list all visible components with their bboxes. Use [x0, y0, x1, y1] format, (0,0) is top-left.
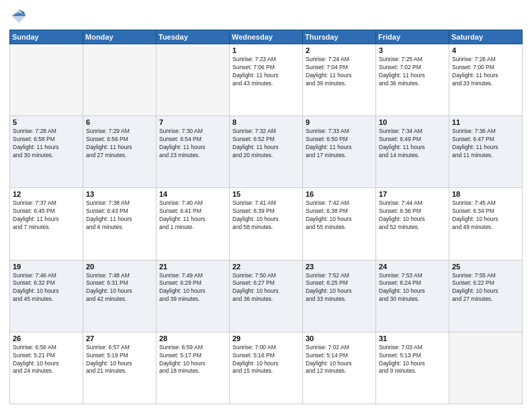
day-number: 6 — [86, 118, 153, 126]
day-info: Sunrise: 7:34 AM Sunset: 6:49 PM Dayligh… — [379, 128, 446, 160]
day-cell-3: 3Sunrise: 7:25 AM Sunset: 7:02 PM Daylig… — [376, 44, 449, 116]
day-number: 12 — [13, 190, 80, 198]
day-number: 23 — [306, 263, 373, 271]
header — [9, 7, 523, 26]
day-number: 17 — [379, 190, 446, 198]
day-cell-21: 21Sunrise: 7:49 AM Sunset: 6:29 PM Dayli… — [157, 260, 230, 332]
day-number: 29 — [232, 334, 300, 342]
calendar-container: SundayMondayTuesdayWednesdayThursdayFrid… — [0, 0, 532, 411]
day-info: Sunrise: 7:44 AM Sunset: 6:36 PM Dayligh… — [379, 199, 446, 232]
day-info: Sunrise: 7:42 AM Sunset: 6:38 PM Dayligh… — [306, 199, 373, 232]
day-cell-28: 28Sunrise: 6:59 AM Sunset: 5:17 PM Dayli… — [157, 332, 230, 404]
day-cell-23: 23Sunrise: 7:52 AM Sunset: 6:25 PM Dayli… — [303, 260, 376, 332]
day-number: 18 — [452, 190, 519, 198]
day-cell-10: 10Sunrise: 7:34 AM Sunset: 6:49 PM Dayli… — [376, 116, 449, 188]
day-cell-8: 8Sunrise: 7:32 AM Sunset: 6:52 PM Daylig… — [230, 116, 303, 188]
day-cell-29: 29Sunrise: 7:00 AM Sunset: 5:16 PM Dayli… — [230, 332, 303, 404]
day-number: 19 — [13, 263, 80, 271]
day-number: 5 — [13, 118, 80, 126]
day-info: Sunrise: 7:37 AM Sunset: 6:45 PM Dayligh… — [13, 199, 80, 232]
day-cell-26: 26Sunrise: 6:56 AM Sunset: 5:21 PM Dayli… — [10, 332, 83, 404]
day-number: 25 — [452, 263, 519, 271]
day-number: 15 — [232, 190, 300, 198]
day-header-saturday: Saturday — [449, 30, 523, 44]
day-info: Sunrise: 7:28 AM Sunset: 6:58 PM Dayligh… — [13, 128, 80, 160]
day-info: Sunrise: 7:30 AM Sunset: 6:54 PM Dayligh… — [159, 128, 226, 160]
day-cell-22: 22Sunrise: 7:50 AM Sunset: 6:27 PM Dayli… — [230, 260, 303, 332]
day-cell-2: 2Sunrise: 7:24 AM Sunset: 7:04 PM Daylig… — [303, 44, 376, 116]
day-header-wednesday: Wednesday — [230, 30, 303, 44]
day-number: 24 — [379, 263, 446, 271]
day-number: 13 — [86, 190, 153, 198]
day-header-friday: Friday — [376, 30, 449, 44]
day-number: 20 — [86, 263, 153, 271]
day-header-sunday: Sunday — [10, 30, 83, 44]
day-info: Sunrise: 7:38 AM Sunset: 6:43 PM Dayligh… — [86, 199, 153, 232]
day-cell-1: 1Sunrise: 7:23 AM Sunset: 7:06 PM Daylig… — [230, 44, 303, 116]
calendar-week-4: 19Sunrise: 7:46 AM Sunset: 6:32 PM Dayli… — [10, 260, 523, 332]
day-cell-4: 4Sunrise: 7:26 AM Sunset: 7:00 PM Daylig… — [449, 44, 523, 116]
day-info: Sunrise: 7:24 AM Sunset: 7:04 PM Dayligh… — [306, 56, 373, 88]
day-number: 22 — [232, 263, 300, 271]
day-info: Sunrise: 7:33 AM Sunset: 6:50 PM Dayligh… — [306, 128, 373, 160]
day-number: 21 — [159, 263, 226, 271]
day-cell-20: 20Sunrise: 7:48 AM Sunset: 6:31 PM Dayli… — [83, 260, 157, 332]
day-info: Sunrise: 7:29 AM Sunset: 6:56 PM Dayligh… — [86, 128, 153, 160]
calendar-week-2: 5Sunrise: 7:28 AM Sunset: 6:58 PM Daylig… — [10, 116, 523, 188]
day-cell-17: 17Sunrise: 7:44 AM Sunset: 6:36 PM Dayli… — [376, 188, 449, 260]
day-cell-24: 24Sunrise: 7:53 AM Sunset: 6:24 PM Dayli… — [376, 260, 449, 332]
day-info: Sunrise: 7:41 AM Sunset: 6:39 PM Dayligh… — [232, 199, 300, 232]
day-cell-5: 5Sunrise: 7:28 AM Sunset: 6:58 PM Daylig… — [10, 116, 83, 188]
day-info: Sunrise: 7:46 AM Sunset: 6:32 PM Dayligh… — [13, 272, 80, 304]
day-info: Sunrise: 7:32 AM Sunset: 6:52 PM Dayligh… — [232, 128, 300, 160]
day-number: 4 — [452, 46, 519, 54]
day-number: 7 — [159, 118, 226, 126]
day-number: 16 — [306, 190, 373, 198]
logo — [9, 7, 30, 26]
day-cell-15: 15Sunrise: 7:41 AM Sunset: 6:39 PM Dayli… — [230, 188, 303, 260]
day-info: Sunrise: 7:53 AM Sunset: 6:24 PM Dayligh… — [379, 272, 446, 304]
day-info: Sunrise: 6:59 AM Sunset: 5:17 PM Dayligh… — [159, 344, 226, 376]
day-info: Sunrise: 7:23 AM Sunset: 7:06 PM Dayligh… — [232, 56, 300, 88]
day-header-tuesday: Tuesday — [157, 30, 230, 44]
day-number: 28 — [159, 334, 226, 342]
day-number: 10 — [379, 118, 446, 126]
day-number: 2 — [306, 46, 373, 54]
day-info: Sunrise: 6:57 AM Sunset: 5:19 PM Dayligh… — [86, 344, 153, 376]
empty-cell — [83, 44, 157, 116]
logo-icon — [9, 7, 28, 26]
day-number: 3 — [379, 46, 446, 54]
empty-cell — [449, 332, 523, 404]
day-info: Sunrise: 7:03 AM Sunset: 5:13 PM Dayligh… — [379, 344, 446, 376]
day-number: 31 — [379, 334, 446, 342]
day-cell-31: 31Sunrise: 7:03 AM Sunset: 5:13 PM Dayli… — [376, 332, 449, 404]
day-info: Sunrise: 7:36 AM Sunset: 6:47 PM Dayligh… — [452, 128, 519, 160]
day-info: Sunrise: 7:02 AM Sunset: 5:14 PM Dayligh… — [306, 344, 373, 376]
day-number: 1 — [232, 46, 300, 54]
calendar-week-5: 26Sunrise: 6:56 AM Sunset: 5:21 PM Dayli… — [10, 332, 523, 404]
calendar-header-row: SundayMondayTuesdayWednesdayThursdayFrid… — [10, 30, 523, 44]
day-info: Sunrise: 6:56 AM Sunset: 5:21 PM Dayligh… — [13, 344, 80, 376]
day-info: Sunrise: 7:48 AM Sunset: 6:31 PM Dayligh… — [86, 272, 153, 304]
day-cell-18: 18Sunrise: 7:45 AM Sunset: 6:34 PM Dayli… — [449, 188, 523, 260]
day-cell-25: 25Sunrise: 7:55 AM Sunset: 6:22 PM Dayli… — [449, 260, 523, 332]
day-info: Sunrise: 7:26 AM Sunset: 7:00 PM Dayligh… — [452, 56, 519, 88]
day-info: Sunrise: 7:45 AM Sunset: 6:34 PM Dayligh… — [452, 199, 519, 232]
day-header-thursday: Thursday — [303, 30, 376, 44]
day-cell-13: 13Sunrise: 7:38 AM Sunset: 6:43 PM Dayli… — [83, 188, 157, 260]
day-cell-16: 16Sunrise: 7:42 AM Sunset: 6:38 PM Dayli… — [303, 188, 376, 260]
day-info: Sunrise: 7:50 AM Sunset: 6:27 PM Dayligh… — [232, 272, 300, 304]
day-info: Sunrise: 7:52 AM Sunset: 6:25 PM Dayligh… — [306, 272, 373, 304]
day-header-monday: Monday — [83, 30, 157, 44]
day-number: 27 — [86, 334, 153, 342]
empty-cell — [10, 44, 83, 116]
day-cell-30: 30Sunrise: 7:02 AM Sunset: 5:14 PM Dayli… — [303, 332, 376, 404]
day-cell-11: 11Sunrise: 7:36 AM Sunset: 6:47 PM Dayli… — [449, 116, 523, 188]
day-cell-19: 19Sunrise: 7:46 AM Sunset: 6:32 PM Dayli… — [10, 260, 83, 332]
day-info: Sunrise: 7:49 AM Sunset: 6:29 PM Dayligh… — [159, 272, 226, 304]
day-number: 8 — [232, 118, 300, 126]
day-cell-14: 14Sunrise: 7:40 AM Sunset: 6:41 PM Dayli… — [157, 188, 230, 260]
day-info: Sunrise: 7:25 AM Sunset: 7:02 PM Dayligh… — [379, 56, 446, 88]
day-number: 30 — [306, 334, 373, 342]
day-cell-12: 12Sunrise: 7:37 AM Sunset: 6:45 PM Dayli… — [10, 188, 83, 260]
